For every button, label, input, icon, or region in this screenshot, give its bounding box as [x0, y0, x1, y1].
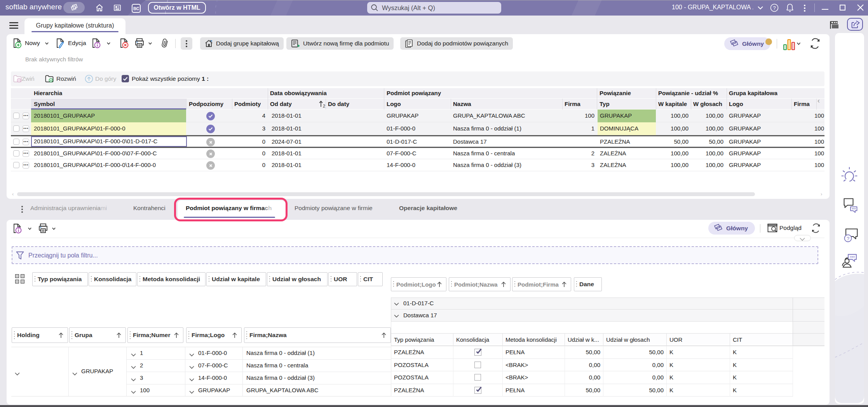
svg-text:?: ?	[773, 5, 776, 11]
svg-text:?: ?	[847, 236, 849, 242]
svg-text:2: 2	[323, 104, 325, 108]
